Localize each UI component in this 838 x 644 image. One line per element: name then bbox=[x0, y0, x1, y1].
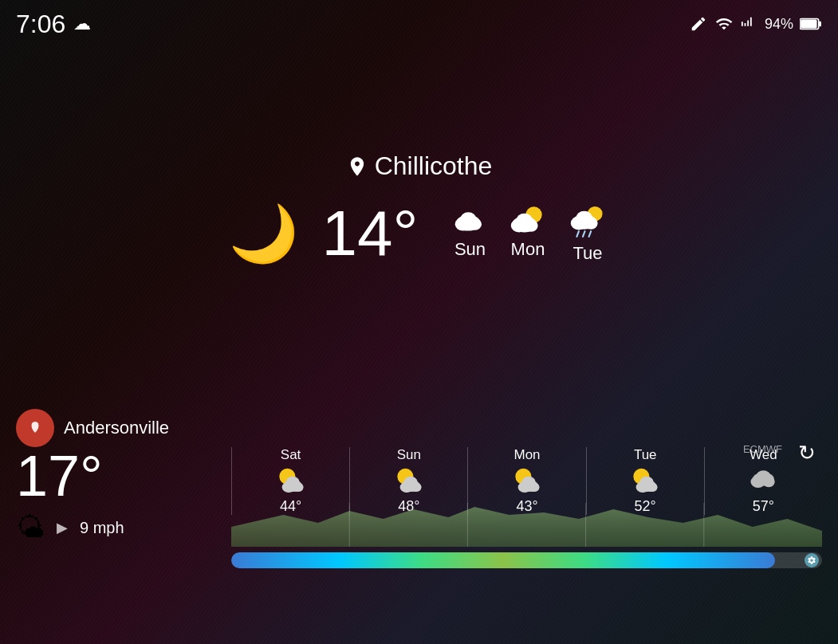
refresh-icon[interactable]: ↻ bbox=[798, 441, 816, 465]
forecast-sun: Sun bbox=[450, 203, 490, 264]
andersonville-temp: 17° bbox=[16, 447, 231, 505]
gear-button[interactable] bbox=[805, 553, 819, 567]
sun-wind-icon: 🌤 bbox=[16, 511, 45, 544]
weather-status-icon: ☁ bbox=[73, 14, 91, 34]
svg-point-16 bbox=[576, 211, 592, 225]
svg-point-11 bbox=[517, 214, 533, 227]
short-forecast: Sun Mon bbox=[450, 203, 609, 264]
current-weather: 🌙 14° Sun bbox=[229, 197, 610, 270]
svg-point-34 bbox=[522, 477, 536, 487]
edit-icon bbox=[690, 15, 707, 33]
mon-label-chart: Mon bbox=[513, 447, 540, 463]
progress-bar-fill bbox=[231, 552, 775, 568]
sun-label-chart: Sun bbox=[397, 447, 421, 463]
wind-speed: 9 mph bbox=[80, 519, 124, 537]
andersonville-wind-row: 🌤 ▶ 9 mph bbox=[16, 511, 231, 544]
andersonville-left: 17° 🌤 ▶ 9 mph bbox=[16, 447, 231, 552]
gear-icon bbox=[807, 556, 816, 565]
signal-icon bbox=[741, 15, 758, 33]
mon-icon bbox=[508, 463, 546, 497]
mon-label: Mon bbox=[511, 239, 545, 260]
svg-point-24 bbox=[285, 477, 299, 487]
svg-point-6 bbox=[461, 212, 477, 226]
andersonville-widget[interactable]: Andersonville 17° 🌤 ▶ 9 mph ECMWF ↻ Sat bbox=[0, 397, 838, 644]
svg-rect-2 bbox=[801, 20, 816, 29]
chillicothe-widget[interactable]: Chillicothe 🌙 14° Sun bbox=[229, 151, 610, 270]
sat-label: Sat bbox=[281, 447, 301, 463]
wifi-icon bbox=[714, 15, 734, 33]
partly-cloudy-icon-mon bbox=[506, 203, 549, 235]
battery-icon bbox=[800, 16, 822, 32]
status-bar: 7:06 ☁ 94% bbox=[0, 0, 838, 48]
sat-icon bbox=[272, 463, 310, 497]
andersonville-city-name: Andersonville bbox=[64, 418, 169, 438]
forecast-chart-area: ECMWF ↻ Sat 44° bbox=[231, 447, 822, 568]
sun-label: Sun bbox=[454, 239, 486, 260]
status-left: 7:06 ☁ bbox=[16, 10, 91, 39]
forecast-progress-bar bbox=[231, 552, 822, 568]
forecast-tue: Tue bbox=[565, 203, 609, 264]
svg-rect-1 bbox=[819, 22, 821, 26]
chillicothe-city-name: Chillicothe bbox=[375, 151, 493, 181]
chillicothe-location: Chillicothe bbox=[229, 151, 610, 181]
moon-icon: 🌙 bbox=[229, 206, 298, 261]
sun-icon bbox=[390, 463, 428, 497]
app-logo bbox=[16, 409, 54, 447]
svg-line-19 bbox=[589, 231, 592, 237]
status-right: 94% bbox=[690, 15, 822, 33]
tue-icon bbox=[626, 463, 664, 497]
tue-label: Tue bbox=[572, 243, 602, 264]
svg-point-43 bbox=[757, 470, 771, 482]
clock: 7:06 bbox=[16, 10, 65, 39]
forecast-mon: Mon bbox=[506, 203, 549, 264]
battery-percentage: 94% bbox=[765, 16, 793, 33]
svg-point-29 bbox=[403, 477, 417, 487]
mountain-chart bbox=[231, 503, 822, 547]
andersonville-header: Andersonville bbox=[16, 409, 822, 447]
svg-point-39 bbox=[640, 477, 654, 487]
ecmwf-label: ECMWF bbox=[743, 443, 782, 455]
arrow-cursor-icon: ▶ bbox=[57, 519, 68, 536]
rain-icon-tue bbox=[565, 203, 609, 239]
andersonville-main: 17° 🌤 ▶ 9 mph ECMWF ↻ Sat bbox=[16, 447, 822, 568]
wed-icon bbox=[744, 463, 782, 497]
cloud-icon-sun bbox=[450, 203, 490, 235]
svg-line-17 bbox=[577, 231, 580, 237]
svg-line-18 bbox=[583, 231, 585, 237]
location-pin-icon bbox=[346, 155, 368, 178]
tue-label-chart: Tue bbox=[634, 447, 657, 463]
current-temp: 14° bbox=[322, 197, 419, 270]
